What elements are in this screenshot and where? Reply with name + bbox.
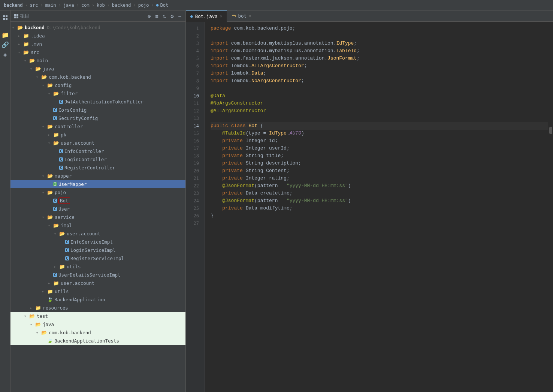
bookmark-icon[interactable]: 📁 [1,31,9,39]
arrow-java [30,67,34,71]
tree-item-mvn[interactable]: 📁 .mvn [10,40,185,48]
tree-item-login-ctrl[interactable]: C LoginController [10,155,185,163]
line-num-19: 19 [186,160,201,167]
tree-item-user-mapper[interactable]: I UserMapper [10,180,185,188]
sidebar-sort-btn[interactable]: ⇅ [162,13,167,19]
scrollbar-thumb[interactable] [549,127,552,134]
arrow-src [18,50,22,54]
tree-item-security-config[interactable]: C SecurityConfig [10,114,185,122]
tree-item-idea[interactable]: 📁 .idea [10,31,185,40]
svg-rect-2 [3,18,5,20]
folder-icon-pk: 📁 [53,132,59,138]
sidebar-lines-btn[interactable]: ≡ [154,13,159,19]
breadcrumb-sep-4: › [76,3,79,8]
tree-item-utils-top[interactable]: 📁 utils [10,287,185,295]
arrow-java2 [30,322,34,326]
label-register-ctrl: RegisterController [64,165,115,171]
tree-item-register-svc-impl[interactable]: C RegisterServiceImpl [10,254,185,262]
tree-item-mapper[interactable]: 📂 mapper [10,172,185,180]
tree-item-cors-config[interactable]: C CorsConfig [10,106,185,114]
label-user: User [58,206,70,212]
tab-close-bot-java[interactable]: ✕ [220,14,223,19]
folder-icon-mvn: 📁 [23,41,29,47]
sidebar-globe-btn[interactable]: ⊕ [146,13,152,19]
label-register-svc-impl: RegisterServiceImpl [70,256,124,261]
tree-item-resources[interactable]: 📁 resources [10,304,185,312]
file-icon-backend-app: 🍃 [47,297,53,302]
tree-item-user[interactable]: C User [10,205,185,213]
project-icon[interactable] [1,13,9,22]
sidebar-title: 项目 [13,13,29,19]
breadcrumb-file-icon: ● [156,3,159,7]
tree-item-main[interactable]: 📂 main [10,56,185,64]
tree-item-com-kob-backend[interactable]: 📂 com.kob.backend [10,73,185,81]
tree-item-pojo[interactable]: 📂 pojo [10,188,185,196]
class-icon-user-details-svc-impl: C [53,273,57,277]
tree-item-utils-impl[interactable]: 📁 utils [10,262,185,271]
breadcrumb-backendpkg: backend [112,3,131,8]
arrow-utils-top [42,289,46,293]
label-bot: Bot [58,197,70,204]
tab-close-bot[interactable]: ✕ [249,13,251,18]
folder-icon-main: 📂 [29,58,35,63]
code-content[interactable]: package com.kob.backend.pojo; import com… [205,22,548,392]
vcs-icon[interactable]: ◈ [1,50,9,58]
line-num-3: 3 [186,40,201,47]
tree-item-com-kob-backend2[interactable]: 📂 com.kob.backend [10,328,185,337]
sidebar: 项目 ⊕ ≡ ⇅ ⚙ − 📂 backend D:\Code\kob\backe… [10,10,186,392]
label-pojo: pojo [55,190,66,195]
line-num-13: 13 [186,115,201,122]
svg-rect-6 [14,16,16,18]
folder-icon-test: 📂 [29,313,35,319]
tree-item-register-ctrl[interactable]: C RegisterController [10,163,185,172]
tab-bot-java[interactable]: ● Bot.java ✕ [186,10,227,22]
tree-item-pk[interactable]: 📁 pk [10,130,185,139]
tree-item-user-account-svc[interactable]: 📁 user.account [10,279,185,287]
tab-icon-bot: 🗃 [232,13,236,18]
tree-item-service[interactable]: 📂 service [10,213,185,221]
tree-item-src[interactable]: 📂 src [10,48,185,56]
folder-icon-mapper: 📂 [47,173,53,179]
arrow-main [24,58,28,63]
tree-item-java[interactable]: 📂 java [10,64,185,73]
tree-item-info-svc-impl[interactable]: C InfoServiceImpl [10,238,185,246]
tree-item-java2[interactable]: 📂 java [10,320,185,328]
code-line-4: import com.baomidou.mybatisplus.annotati… [211,47,548,55]
arrow-com-kob-backend2 [36,331,40,335]
arrow-resources [30,306,34,310]
tree-item-filter[interactable]: 📂 filter [10,89,185,97]
class-icon-user: C [53,207,57,211]
line-num-27: 27 [186,220,201,227]
code-line-11: @NoArgsConstructor [211,100,548,107]
line-num-8: 8 [186,77,201,85]
tree-item-user-details-svc-impl[interactable]: C UserDetailsServiceImpl [10,271,185,279]
tree-item-user-account-impl[interactable]: 📂 user.account [10,229,185,238]
sidebar-gear-btn[interactable]: ⚙ [169,13,175,19]
folder-icon-utils-impl: 📁 [59,264,65,269]
tree-item-jwt-filter[interactable]: C JwtAuthenticationTokenFilter [10,97,185,106]
tree-item-test[interactable]: 📂 test [10,312,185,320]
tree-item-impl[interactable]: 📂 impl [10,221,185,229]
tree-item-backend-app-tests[interactable]: 🍃 BackendApplicationTests [10,337,185,345]
arrow-filter [48,91,52,96]
sidebar-minus-btn[interactable]: − [177,13,182,19]
tree-item-info-ctrl[interactable]: C InfoController [10,147,185,155]
svg-rect-5 [16,14,18,16]
tree-item-config[interactable]: 📂 config [10,81,185,89]
tree-item-bot[interactable]: C Bot [10,196,185,205]
tree-item-backend-root[interactable]: 📂 backend D:\Code\kob\backend [10,23,185,31]
code-line-13 [211,115,548,122]
folder-icon-utils-top: 📁 [47,289,53,294]
tree-item-login-svc-impl[interactable]: C LoginServiceImpl [10,246,185,254]
structure-icon[interactable]: 🔗 [1,40,9,49]
folder-icon-java2: 📂 [35,322,41,327]
folder-icon-impl: 📂 [53,223,59,228]
line-num-4: 4 [186,47,201,55]
folder-icon-user-account-impl: 📂 [59,231,65,236]
tab-bot[interactable]: 🗃 bot ✕ [227,10,256,22]
arrow-user-account-ctrl [48,141,52,145]
tree-item-backend-app[interactable]: 🍃 BackendApplication [10,295,185,304]
tree-item-controller[interactable]: 📂 controller [10,122,185,130]
tree-item-user-account-ctrl[interactable]: 📂 user.account [10,139,185,147]
breadcrumb-bot: Bot [160,3,168,8]
